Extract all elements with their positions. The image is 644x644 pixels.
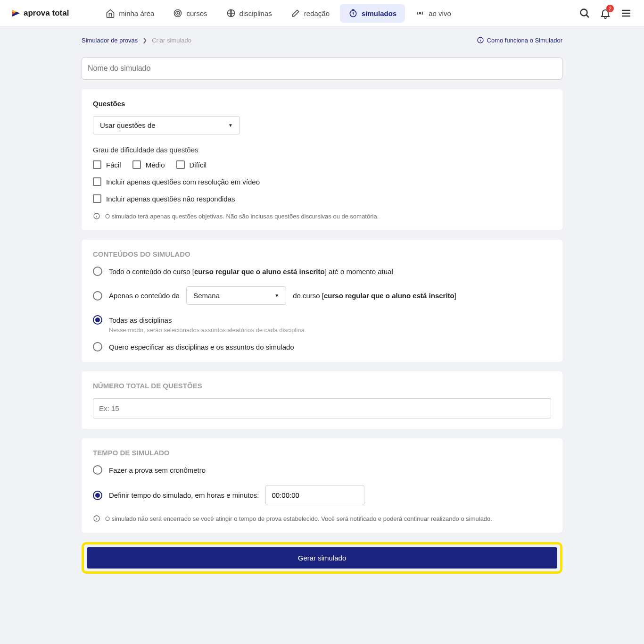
radio-circle [93,342,102,351]
questions-note: O simulado terá apenas questões objetiva… [93,212,551,220]
radio-all-disciplines[interactable]: Todas as disciplinas [93,315,551,325]
radio-circle [93,491,102,500]
radio-label: Apenas o conteúdo da [109,292,180,300]
radio-label: Definir tempo do simulado, em horas e mi… [109,491,259,499]
checkbox-box [93,194,101,203]
checkbox-box [93,160,101,169]
week-select[interactable]: Semana ▼ [186,286,286,305]
checkbox-box [132,160,141,169]
nav-label: redação [304,9,330,17]
help-link-label: Como funciona o Simulador [487,37,562,44]
logo-text: aprova total [24,8,69,18]
radio-circle [93,465,102,475]
pen-icon [291,8,300,18]
content-card: CONTEÚDOS DO SIMULADO Todo o conteúdo do… [82,240,562,362]
questions-title: Questões [93,100,551,108]
breadcrumb: Simulador de provas ❯ Criar simulado [82,37,191,44]
time-card: TEMPO DE SIMULADO Fazer a prova sem cron… [82,438,562,533]
radio-circle [93,267,102,276]
checkbox-video-only[interactable]: Incluir apenas questões com resolução em… [93,177,551,186]
number-title: NÚMERO TOTAL DE QUESTÕES [93,382,551,390]
nav-simulados[interactable]: simulados [340,4,405,23]
breadcrumb-parent[interactable]: Simulador de provas [82,37,138,44]
info-icon [477,36,484,44]
checkbox-box [93,177,101,186]
nav-ao-vivo[interactable]: ao vivo [407,4,460,23]
checkbox-medio[interactable]: Médio [132,160,165,169]
nav-cursos[interactable]: cursos [165,4,215,23]
radio-label: Todo o conteúdo do curso [curso regular … [109,268,393,276]
app-header: aprova total minha área cursos disciplin… [0,0,644,27]
svg-point-5 [420,12,421,14]
checkbox-label: Médio [146,161,165,169]
broadcast-icon [415,8,425,18]
nav-label: simulados [362,9,396,17]
logo[interactable]: aprova total [12,8,69,18]
radio-label: Quero especificar as disciplinas e os as… [109,343,294,351]
number-card: NÚMERO TOTAL DE QUESTÕES [82,371,562,429]
notifications-icon[interactable]: 2 [600,8,611,19]
radio-no-timer[interactable]: Fazer a prova sem cronômetro [93,465,551,475]
breadcrumb-current: Criar simulado [152,37,191,44]
nav-label: minha área [119,9,154,17]
checkbox-label: Difícil [190,161,207,169]
checkbox-dificil[interactable]: Difícil [176,160,207,169]
questions-card: Questões Usar questões de ▼ Grau de difi… [82,89,562,230]
info-icon [93,515,100,522]
globe-icon [226,8,236,18]
chevron-down-icon: ▼ [274,293,279,298]
difficulty-options: Fácil Médio Difícil [93,160,551,169]
notification-badge: 2 [606,5,614,12]
chevron-right-icon: ❯ [142,37,147,43]
time-note: O simulado não será encerrado se você at… [93,515,551,522]
time-title: TEMPO DE SIMULADO [93,449,551,457]
radio-all-content[interactable]: Todo o conteúdo do curso [curso regular … [93,267,551,276]
simulado-name-input[interactable] [82,57,562,80]
radio-week-content[interactable]: Apenas o conteúdo da Semana ▼ do curso [… [93,286,551,305]
generate-highlight: Gerar simulado [82,542,562,574]
nav-disciplinas[interactable]: disciplinas [218,4,281,23]
radio-helper-text: Nesse modo, serão selecionados assuntos … [109,326,551,334]
nav-redacao[interactable]: redação [282,4,338,23]
question-source-select[interactable]: Usar questões de ▼ [93,116,240,134]
timer-icon [348,8,358,18]
logo-icon [12,8,21,18]
checkbox-label: Incluir apenas questões não respondidas [106,195,235,203]
select-label: Usar questões de [100,121,156,129]
help-link[interactable]: Como funciona o Simulador [477,36,562,44]
note-text: O simulado terá apenas questões objetiva… [105,213,379,220]
menu-icon[interactable] [620,8,632,19]
header-actions: 2 [579,8,632,19]
radio-specify[interactable]: Quero especificar as disciplinas e os as… [93,342,551,351]
radio-define-timer[interactable]: Definir tempo do simulado, em horas e mi… [93,485,551,505]
breadcrumb-row: Simulador de provas ❯ Criar simulado Com… [82,36,562,44]
search-icon[interactable] [579,8,590,19]
nav-label: ao vivo [429,9,451,17]
radio-label: Todas as disciplinas [109,316,172,324]
checkbox-box [176,160,185,169]
radio-label: Fazer a prova sem cronômetro [109,466,206,474]
svg-point-2 [178,13,179,14]
total-questions-input[interactable] [93,398,551,418]
svg-point-6 [581,9,587,16]
home-icon [106,8,115,18]
target-icon [173,8,182,18]
difficulty-label: Grau de dificuldade das questões [93,146,551,154]
radio-label: do curso [curso regular que o aluno está… [293,292,456,300]
nav-label: cursos [186,9,207,17]
radio-circle [93,315,102,325]
radio-circle [93,291,102,301]
nav-minha-area[interactable]: minha área [97,4,163,23]
checkbox-facil[interactable]: Fácil [93,160,121,169]
checkbox-unanswered-only[interactable]: Incluir apenas questões não respondidas [93,194,551,203]
nav-label: disciplinas [239,9,272,17]
checkbox-label: Fácil [106,161,121,169]
main-nav: minha área cursos disciplinas redação si… [97,4,579,23]
time-input[interactable] [265,485,364,505]
checkbox-label: Incluir apenas questões com resolução em… [106,178,260,186]
content-title: CONTEÚDOS DO SIMULADO [93,250,551,258]
info-icon [93,212,100,220]
select-label: Semana [193,292,220,300]
generate-button[interactable]: Gerar simulado [87,547,557,569]
chevron-down-icon: ▼ [228,123,233,128]
